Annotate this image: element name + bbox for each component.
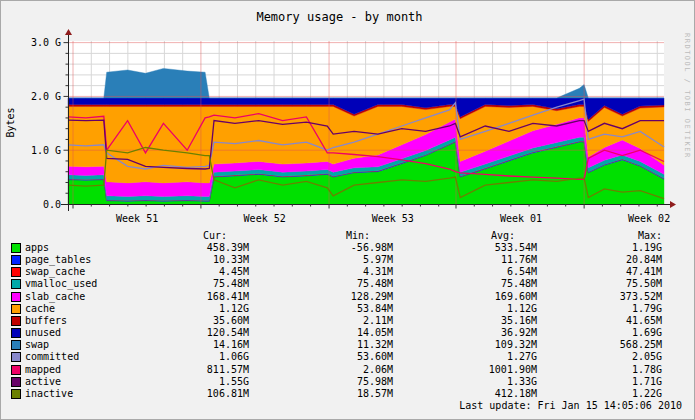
legend-row-apps: apps458.39M-56.98M533.54M1.19G [1, 242, 695, 254]
legend-value-min: 128.29M [301, 291, 393, 303]
munin-memory-graph: Memory usage - by month Bytes RRDTOOL / … [0, 0, 695, 420]
legend-value-avg: 6.54M [445, 266, 537, 278]
legend-value-max: 1.71G [570, 376, 662, 388]
legend-value-min: 2.11M [301, 315, 393, 327]
x-axis-tick-label: Week 51 [105, 213, 169, 224]
legend-value-min: 14.05M [301, 327, 393, 339]
legend-label: mapped [25, 364, 61, 376]
legend-value-max: 41.65M [570, 315, 662, 327]
legend-label: swap [25, 339, 49, 351]
legend-value-max: 47.41M [570, 266, 662, 278]
legend-label: swap_cache [25, 266, 85, 278]
legend-value-max: 1.19G [570, 242, 662, 254]
legend-value-avg: 1.33G [445, 376, 537, 388]
legend-swatch [11, 267, 21, 277]
legend-value-max: 1.79G [570, 303, 662, 315]
legend-label: slab_cache [25, 291, 85, 303]
legend-value-max: 568.25M [570, 339, 662, 351]
legend-swatch [11, 316, 21, 326]
legend-value-min: 53.60M [301, 351, 393, 363]
x-axis-tick-label: Week 01 [489, 213, 553, 224]
legend-value-min: 53.84M [301, 303, 393, 315]
legend-row-active: active1.55G75.98M1.33G1.71G [1, 376, 695, 388]
legend-label: cache [25, 303, 55, 315]
legend-label: committed [25, 351, 79, 363]
legend-label: page_tables [25, 254, 91, 266]
legend-header-max: Max: [570, 230, 662, 242]
legend-row-buffers: buffers35.60M2.11M35.16M41.65M [1, 315, 695, 327]
legend-header-avg: Avg: [423, 230, 515, 242]
x-axis-tick-label: Week 53 [361, 213, 425, 224]
legend-value-max: 75.50M [570, 278, 662, 290]
y-axis-tick-label: 0.0 [1, 199, 61, 210]
legend-value-cur: 75.48M [157, 278, 249, 290]
legend-swatch [11, 255, 21, 265]
legend-value-cur: 35.60M [157, 315, 249, 327]
legend-swatch [11, 279, 21, 289]
y-axis-tick-label: 1.0 G [1, 145, 61, 156]
legend-swatch [11, 328, 21, 338]
legend-row-swap_cache: swap_cache4.45M4.31M6.54M47.41M [1, 266, 695, 278]
legend-label: inactive [25, 388, 73, 400]
legend-value-avg: 36.92M [445, 327, 537, 339]
legend-value-min: 4.31M [301, 266, 393, 278]
legend-row-vmalloc_used: vmalloc_used75.48M75.48M75.48M75.50M [1, 278, 695, 290]
legend-value-min: 18.57M [301, 388, 393, 400]
last-update: Last update: Fri Jan 15 14:05:06 2010 [382, 400, 682, 411]
legend-value-avg: 11.76M [445, 254, 537, 266]
legend-swatch [11, 243, 21, 253]
x-axis-tick-label: Week 02 [617, 213, 681, 224]
legend-value-avg: 1001.90M [445, 364, 537, 376]
legend-row-inactive: inactive106.81M18.57M412.18M1.22G [1, 388, 695, 400]
legend-swatch [11, 365, 21, 375]
legend-row-mapped: mapped811.57M2.06M1001.90M1.78G [1, 364, 695, 376]
legend-value-cur: 1.06G [157, 351, 249, 363]
legend-swatch [11, 389, 21, 399]
legend-label: buffers [25, 315, 67, 327]
legend-swatch [11, 292, 21, 302]
legend-value-cur: 168.41M [157, 291, 249, 303]
legend-value-avg: 169.60M [445, 291, 537, 303]
legend-row-unused: unused120.54M14.05M36.92M1.69G [1, 327, 695, 339]
legend-value-avg: 533.54M [445, 242, 537, 254]
legend-header-row: Cur: Min: Avg: Max: [1, 230, 695, 242]
legend-value-min: 75.98M [301, 376, 393, 388]
legend-swatch [11, 304, 21, 314]
legend-value-avg: 75.48M [445, 278, 537, 290]
legend-value-cur: 4.45M [157, 266, 249, 278]
legend-row-slab_cache: slab_cache168.41M128.29M169.60M373.52M [1, 291, 695, 303]
legend-label: vmalloc_used [25, 278, 97, 290]
legend-header-min: Min: [278, 230, 370, 242]
legend-value-min: -56.98M [301, 242, 393, 254]
legend-value-cur: 120.54M [157, 327, 249, 339]
legend-value-cur: 14.16M [157, 339, 249, 351]
legend-header-cur: Cur: [135, 230, 227, 242]
legend-value-cur: 811.57M [157, 364, 249, 376]
legend-label: apps [25, 242, 49, 254]
legend-value-avg: 1.27G [445, 351, 537, 363]
legend-swatch [11, 340, 21, 350]
legend-value-cur: 10.33M [157, 254, 249, 266]
legend-value-min: 2.06M [301, 364, 393, 376]
legend-value-cur: 458.39M [157, 242, 249, 254]
legend-row-cache: cache1.12G53.84M1.12G1.79G [1, 303, 695, 315]
legend-swatch [11, 377, 21, 387]
legend-value-min: 5.97M [301, 254, 393, 266]
legend-value-min: 11.32M [301, 339, 393, 351]
legend-value-avg: 1.12G [445, 303, 537, 315]
y-axis-tick-label: 2.0 G [1, 91, 61, 102]
legend-value-min: 75.48M [301, 278, 393, 290]
legend-label: active [25, 376, 61, 388]
legend-value-max: 2.05G [570, 351, 662, 363]
legend-swatch [11, 352, 21, 362]
y-axis-tick-label: 3.0 G [1, 37, 61, 48]
legend-value-cur: 1.55G [157, 376, 249, 388]
legend-value-avg: 412.18M [445, 388, 537, 400]
legend-value-cur: 106.81M [157, 388, 249, 400]
legend-value-max: 20.84M [570, 254, 662, 266]
legend-value-avg: 35.16M [445, 315, 537, 327]
legend-value-max: 1.22G [570, 388, 662, 400]
legend-value-max: 1.78G [570, 364, 662, 376]
legend-label: unused [25, 327, 61, 339]
legend-value-avg: 109.32M [445, 339, 537, 351]
